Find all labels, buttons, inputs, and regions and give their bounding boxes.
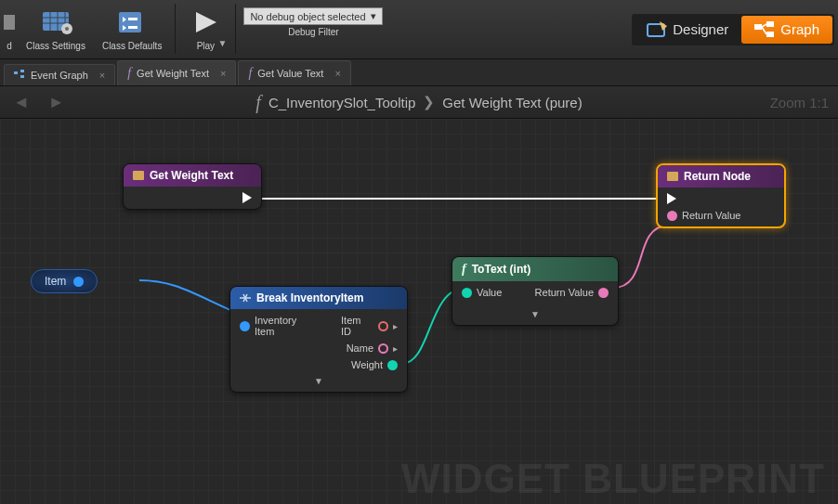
item-id-pin[interactable] [378, 321, 388, 331]
node-header: Break InventoryItem [230, 287, 407, 309]
graph-icon [754, 21, 775, 38]
svg-rect-13 [20, 75, 24, 78]
node-header: Return Node [658, 165, 784, 187]
document-tabs: Event Graph × f Get Weight Text × f Get … [0, 59, 838, 86]
name-pin[interactable] [378, 343, 388, 354]
node-icon [133, 170, 144, 181]
close-icon[interactable]: × [334, 68, 340, 79]
graph-canvas[interactable]: Get Weight Text Return Node Return Value… [0, 119, 838, 504]
svg-rect-11 [14, 71, 18, 74]
exec-out-pin[interactable] [242, 192, 252, 203]
chevron-right-icon: ▸ [393, 321, 398, 331]
close-icon[interactable]: × [99, 70, 105, 81]
nav-forward-button[interactable]: ► [45, 93, 69, 112]
close-icon[interactable]: × [220, 68, 226, 79]
node-header: f ToText (int) [452, 257, 618, 281]
debug-filter-group: No debug object selected ▾ Debug Filter [243, 2, 383, 37]
chevron-down-icon: ▾ [371, 10, 376, 22]
svg-rect-0 [4, 15, 15, 30]
variable-name: Item [45, 275, 66, 288]
watermark: WIDGET BLUEPRINT [401, 456, 825, 502]
svg-rect-9 [766, 21, 774, 27]
variable-node-item[interactable]: Item [31, 269, 98, 293]
svg-rect-10 [766, 32, 774, 37]
breadcrumb-bar: ◄ ► f C_InventorySlot_Tooltip ❯ Get Weig… [0, 86, 838, 119]
grid-icon [39, 6, 72, 39]
class-settings-button[interactable]: Class Settings [20, 2, 91, 55]
svg-rect-14 [133, 171, 144, 180]
chevron-right-icon: ❯ [423, 94, 435, 110]
svg-rect-4 [119, 12, 141, 32]
tab-get-value-text[interactable]: f Get Value Text × [238, 60, 350, 85]
weight-pin[interactable] [387, 360, 398, 370]
node-return[interactable]: Return Node Return Value [656, 163, 786, 228]
graph-label: Graph [780, 21, 819, 37]
debug-select-value: No debug object selected [250, 11, 365, 22]
class-settings-label: Class Settings [26, 41, 85, 51]
node-get-weight-text-entry[interactable]: Get Weight Text [123, 163, 262, 210]
mode-switch: Designer Graph [632, 14, 834, 45]
node-title: Get Weight Text [150, 169, 233, 182]
debug-object-select[interactable]: No debug object selected ▾ [243, 7, 383, 25]
inventory-item-pin[interactable] [240, 321, 250, 331]
tab-label: Event Graph [31, 70, 88, 81]
breadcrumb-func[interactable]: Get Weight Text (pure) [442, 95, 582, 110]
play-label: Play [197, 41, 215, 51]
svg-rect-15 [667, 172, 678, 181]
toolbar-button-missing[interactable]: d [4, 2, 15, 55]
expand-icon[interactable]: ▼ [462, 309, 609, 319]
tab-get-weight-text[interactable]: f Get Weight Text × [117, 60, 236, 85]
svg-rect-8 [754, 24, 762, 30]
function-icon: f [255, 92, 261, 113]
play-icon [189, 6, 222, 39]
svg-rect-12 [20, 70, 24, 72]
node-title: Return Node [684, 170, 751, 183]
pin-label: Weight [351, 359, 383, 370]
return-value-pin[interactable] [667, 211, 677, 221]
debug-filter-label: Debug Filter [288, 27, 338, 37]
expand-icon[interactable]: ▼ [240, 376, 398, 386]
pin-label: Return Value [535, 287, 594, 298]
zoom-level: Zoom 1:1 [770, 95, 829, 110]
node-title: ToText (int) [472, 263, 531, 276]
toolbar: d Class Settings Class Defaults Play ▼ N… [0, 0, 838, 59]
pin-label: Inventory Item [255, 315, 319, 337]
breadcrumb: f C_InventorySlot_Tooltip ❯ Get Weight T… [255, 92, 582, 113]
breadcrumb-root[interactable]: C_InventorySlot_Tooltip [268, 95, 415, 110]
node-icon [667, 171, 678, 182]
node-totext-int[interactable]: f ToText (int) Value Return Value ▼ [452, 256, 619, 326]
chevron-down-icon: ▼ [217, 38, 227, 48]
node-header: Get Weight Text [124, 164, 261, 187]
tab-label: Get Weight Text [137, 68, 209, 79]
function-icon: f [127, 66, 131, 81]
pin-label: Item ID [341, 315, 373, 337]
break-icon [240, 292, 251, 304]
exec-in-pin[interactable] [667, 193, 676, 204]
return-value-pin[interactable] [598, 288, 609, 298]
pin-label: Name [347, 342, 373, 354]
nav-back-button[interactable]: ◄ [9, 93, 33, 112]
pin-label: Return Value [682, 210, 740, 221]
graph-mode-button[interactable]: Graph [741, 16, 832, 44]
node-break-inventoryitem[interactable]: Break InventoryItem Inventory Item Item … [229, 286, 408, 393]
pin-label: Value [477, 287, 502, 298]
event-graph-icon [14, 70, 25, 81]
tab-label: Get Value Text [257, 68, 323, 79]
var-out-pin[interactable] [73, 277, 84, 287]
class-defaults-label: Class Defaults [102, 41, 162, 51]
chevron-right-icon: ▸ [393, 343, 398, 354]
class-defaults-button[interactable]: Class Defaults [97, 2, 167, 55]
svg-point-3 [65, 27, 69, 31]
svg-rect-6 [128, 26, 137, 29]
defaults-icon [115, 6, 149, 39]
svg-rect-5 [128, 18, 137, 20]
function-icon: f [462, 262, 466, 277]
tab-event-graph[interactable]: Event Graph × [4, 64, 115, 85]
designer-label: Designer [673, 21, 728, 37]
play-button[interactable]: Play ▼ [183, 2, 228, 65]
value-in-pin[interactable] [462, 288, 472, 298]
toolbar-separator [235, 4, 236, 54]
node-title: Break InventoryItem [256, 291, 363, 304]
designer-mode-button[interactable]: Designer [634, 16, 741, 44]
function-icon: f [248, 66, 252, 81]
